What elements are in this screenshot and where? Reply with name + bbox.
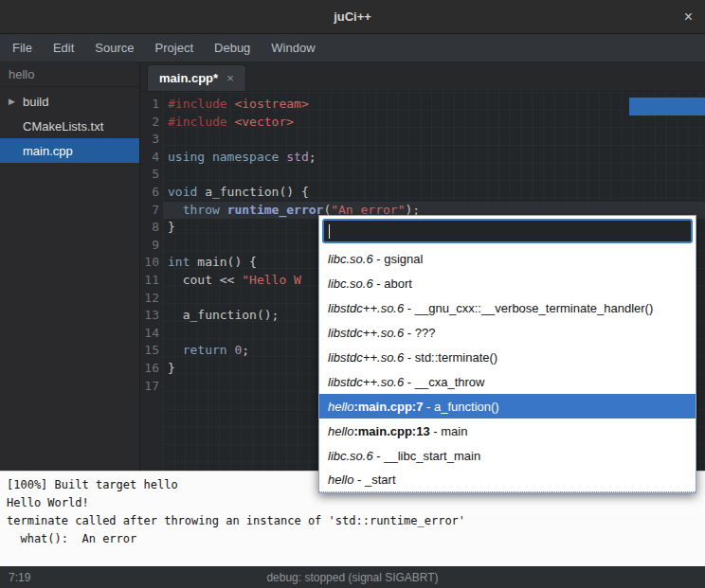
tab-label: main.cpp* — [159, 71, 218, 85]
scrollbar-thumb[interactable] — [629, 98, 705, 116]
menu-item-project[interactable]: Project — [145, 34, 204, 62]
code-token: int — [168, 255, 190, 269]
tree-item-main-cpp[interactable]: main.cpp — [0, 138, 139, 163]
line-number: 3 — [140, 131, 159, 149]
menu-item-edit[interactable]: Edit — [43, 34, 84, 62]
tab-close-icon[interactable]: × — [226, 71, 234, 85]
frame-location: :main.cpp:13 — [353, 424, 429, 438]
menu-item-source[interactable]: Source — [84, 34, 144, 62]
terminal-line: what(): An error — [7, 530, 698, 548]
backtrace-row[interactable]: hello - _start — [319, 468, 696, 492]
code-token: cout << — [168, 273, 242, 287]
code-line[interactable]: #include <vector> — [163, 114, 705, 132]
file-tree-sidebar: hello ▶buildCMakeLists.txtmain.cpp — [0, 62, 140, 471]
line-number: 5 — [140, 166, 159, 184]
tree-item-label: main.cpp — [0, 144, 73, 158]
tree-item-label: CMakeLists.txt — [0, 119, 103, 134]
line-number: 17 — [140, 378, 159, 396]
frame-library: libstdc++.so.6 — [328, 326, 404, 340]
backtrace-popup: libc.so.6 - gsignallibc.so.6 - abortlibs… — [318, 215, 696, 493]
line-number: 1 — [140, 96, 159, 114]
frame-function: - std::terminate() — [404, 350, 497, 365]
line-number: 6 — [140, 184, 159, 202]
code-token: throw — [183, 203, 220, 217]
tree-item-label: build — [0, 95, 48, 109]
code-token: } — [168, 361, 175, 375]
frame-library: libstdc++.so.6 — [328, 375, 404, 389]
menu-item-window[interactable]: Window — [261, 34, 325, 62]
tab-main-cpp[interactable]: main.cpp*× — [147, 64, 246, 91]
backtrace-row[interactable]: hello:main.cpp:13 - main — [319, 419, 696, 443]
window-title: juCi++ — [334, 9, 371, 24]
debug-status: debug: stopped (signal SIGABRT) — [0, 571, 705, 584]
terminal-line: terminate called after throwing an insta… — [7, 512, 698, 530]
code-token: #include — [168, 97, 234, 111]
frame-library: libc.so.6 — [328, 276, 373, 291]
frame-library: libstdc++.so.6 — [328, 350, 404, 365]
code-line[interactable]: using namespace std; — [163, 149, 705, 167]
close-window-button[interactable]: × — [684, 9, 693, 25]
code-token: ; — [242, 343, 249, 357]
line-number: 8 — [140, 219, 159, 237]
popup-search-input[interactable] — [322, 219, 693, 243]
code-token: <vector> — [234, 115, 294, 129]
tree-item-cmakelists-txt[interactable]: CMakeLists.txt — [0, 114, 139, 138]
code-token: return — [183, 343, 227, 357]
line-number: 14 — [140, 325, 159, 343]
terminal-line: Hello World! — [7, 494, 698, 512]
project-header: hello — [0, 62, 139, 87]
code-token: main() { — [190, 255, 256, 269]
line-gutter: 1234567891011121314151617 — [140, 92, 163, 471]
tree-item-build[interactable]: ▶build — [0, 89, 139, 114]
backtrace-row[interactable]: libstdc++.so.6 - __cxa_throw — [319, 369, 696, 394]
line-number: 12 — [140, 290, 159, 308]
frame-function: - __libc_start_main — [373, 449, 480, 463]
backtrace-row[interactable]: libc.so.6 - __libc_start_main — [319, 443, 696, 468]
code-token: namespace — [212, 150, 279, 164]
menu-item-debug[interactable]: Debug — [204, 34, 261, 62]
frame-function: - __cxa_throw — [404, 375, 484, 389]
status-bar: 7:19 debug: stopped (signal SIGABRT) — [0, 566, 705, 588]
line-number: 11 — [140, 272, 159, 290]
code-line[interactable] — [163, 131, 705, 149]
line-number: 16 — [140, 360, 159, 378]
line-number: 4 — [140, 149, 159, 167]
backtrace-row[interactable]: libstdc++.so.6 - __gnu_cxx::__verbose_te… — [319, 295, 696, 320]
menu-bar: FileEditSourceProjectDebugWindow — [0, 34, 705, 62]
frame-library: hello — [328, 472, 353, 487]
text-caret — [329, 224, 330, 239]
code-token: void — [168, 185, 197, 199]
backtrace-row[interactable]: hello:main.cpp:7 - a_function() — [319, 394, 696, 419]
code-token: "Hello W — [242, 273, 301, 287]
backtrace-row[interactable]: libstdc++.so.6 - ??? — [319, 320, 696, 345]
backtrace-row[interactable]: libc.so.6 - gsignal — [319, 246, 696, 271]
code-line[interactable] — [163, 166, 705, 184]
frame-function: - gsignal — [373, 252, 424, 266]
expander-icon[interactable]: ▶ — [9, 97, 15, 106]
frame-library: hello — [328, 400, 353, 414]
file-tree: ▶buildCMakeLists.txtmain.cpp — [0, 87, 139, 163]
code-token — [168, 203, 183, 217]
title-bar: juCi++ × — [0, 0, 705, 34]
code-line[interactable]: #include <iostream> — [163, 96, 705, 114]
code-token: using — [168, 150, 205, 164]
code-token: a_function(); — [168, 308, 279, 322]
line-number: 10 — [140, 254, 159, 272]
code-token — [205, 150, 212, 164]
code-token: std — [286, 150, 308, 164]
frame-function: - ??? — [404, 326, 435, 340]
frame-location: :main.cpp:7 — [353, 400, 423, 414]
code-token — [168, 343, 183, 357]
menu-item-file[interactable]: File — [2, 34, 43, 62]
backtrace-row[interactable]: libc.so.6 - abort — [319, 271, 696, 295]
code-line[interactable]: void a_function() { — [163, 184, 705, 202]
backtrace-row[interactable]: libstdc++.so.6 - std::terminate() — [319, 345, 696, 369]
code-token: ; — [309, 150, 316, 164]
frame-function: - main — [430, 424, 468, 438]
app-window: juCi++ × FileEditSourceProjectDebugWindo… — [0, 0, 705, 588]
frame-function: - a_function() — [423, 400, 498, 414]
code-token: runtime_error — [227, 203, 324, 217]
backtrace-list: libc.so.6 - gsignallibc.so.6 - abortlibs… — [319, 246, 696, 492]
code-token: <iostream> — [234, 97, 308, 111]
code-token: #include — [168, 115, 234, 129]
